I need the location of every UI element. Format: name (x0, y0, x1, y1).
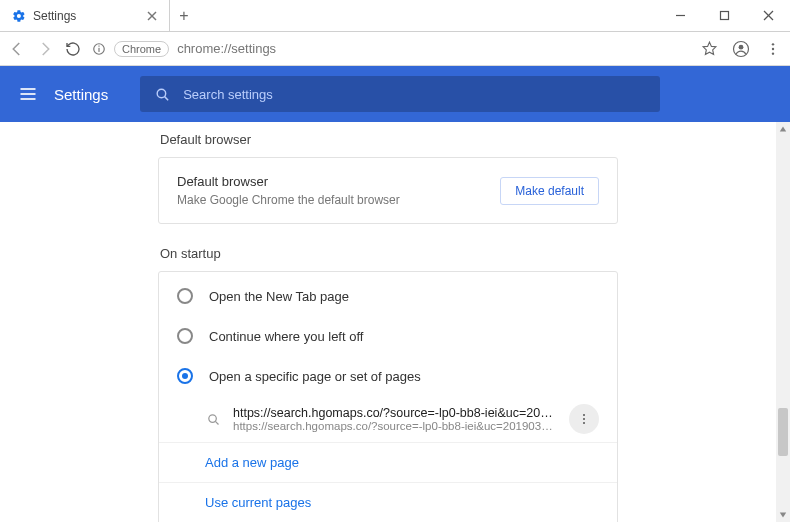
window-maximize[interactable] (702, 0, 746, 31)
window-close[interactable] (746, 0, 790, 31)
new-tab-button[interactable]: + (170, 0, 198, 31)
section-default-browser: Default browser (160, 132, 618, 147)
close-tab-icon[interactable] (147, 11, 157, 21)
url-text: chrome://settings (177, 41, 276, 56)
omnibox[interactable]: Chrome chrome://settings (92, 41, 682, 57)
page-url-title: https://search.hgomaps.co/?source=-lp0-b… (233, 406, 557, 420)
startup-option-new-tab[interactable]: Open the New Tab page (159, 276, 617, 316)
svg-point-12 (772, 43, 774, 45)
startup-card: Open the New Tab page Continue where you… (158, 271, 618, 522)
scrollbar[interactable] (776, 122, 790, 522)
radio-icon (177, 328, 193, 344)
make-default-button[interactable]: Make default (500, 177, 599, 205)
browser-toolbar: Chrome chrome://settings (0, 32, 790, 66)
default-browser-card: Default browser Make Google Chrome the d… (158, 157, 618, 224)
svg-point-18 (157, 89, 166, 98)
page-title: Settings (54, 86, 108, 103)
radio-icon (177, 368, 193, 384)
default-browser-title: Default browser (177, 174, 400, 189)
forward-button[interactable] (36, 40, 54, 58)
svg-marker-9 (703, 42, 716, 54)
search-input[interactable] (183, 87, 646, 102)
svg-point-23 (583, 418, 585, 420)
reload-button[interactable] (64, 40, 82, 58)
svg-rect-3 (720, 12, 728, 20)
globe-icon (205, 411, 221, 427)
svg-marker-26 (780, 513, 786, 518)
scroll-down-icon[interactable] (776, 508, 790, 522)
browser-tab[interactable]: Settings (0, 0, 170, 31)
svg-rect-7 (98, 47, 99, 51)
use-current-pages-link[interactable]: Use current pages (159, 482, 617, 522)
radio-icon (177, 288, 193, 304)
option-label: Open a specific page or set of pages (209, 369, 421, 384)
add-new-page-link[interactable]: Add a new page (159, 442, 617, 482)
settings-header: Settings (0, 66, 790, 122)
search-icon (154, 86, 171, 103)
window-minimize[interactable] (658, 0, 702, 31)
gear-icon (12, 9, 26, 23)
menu-toggle-icon[interactable] (18, 84, 38, 104)
svg-line-21 (215, 421, 218, 424)
default-browser-subtitle: Make Google Chrome the default browser (177, 193, 400, 207)
startup-option-specific[interactable]: Open a specific page or set of pages (159, 356, 617, 396)
svg-point-14 (772, 52, 774, 54)
menu-icon[interactable] (764, 40, 782, 58)
svg-point-13 (772, 47, 774, 49)
startup-page-entry: https://search.hgomaps.co/?source=-lp0-b… (159, 396, 617, 442)
scroll-up-icon[interactable] (776, 122, 790, 136)
option-label: Continue where you left off (209, 329, 363, 344)
back-button[interactable] (8, 40, 26, 58)
scrollbar-thumb[interactable] (778, 408, 788, 456)
content-area: Default browser Default browser Make Goo… (0, 122, 790, 522)
svg-marker-25 (780, 127, 786, 132)
page-url-subtitle: https://search.hgomaps.co/?source=-lp0-b… (233, 420, 557, 432)
svg-line-19 (165, 96, 169, 100)
page-actions-button[interactable] (569, 404, 599, 434)
profile-icon[interactable] (732, 40, 750, 58)
section-on-startup: On startup (160, 246, 618, 261)
svg-point-24 (583, 422, 585, 424)
svg-point-11 (739, 44, 744, 49)
option-label: Open the New Tab page (209, 289, 349, 304)
search-settings[interactable] (140, 76, 660, 112)
site-info-icon[interactable] (92, 42, 106, 56)
tab-title: Settings (33, 9, 76, 23)
svg-point-20 (208, 414, 216, 422)
svg-point-22 (583, 414, 585, 416)
star-icon[interactable] (700, 40, 718, 58)
window-titlebar: Settings + (0, 0, 790, 32)
origin-chip: Chrome (114, 41, 169, 57)
svg-rect-8 (98, 45, 99, 46)
startup-option-continue[interactable]: Continue where you left off (159, 316, 617, 356)
